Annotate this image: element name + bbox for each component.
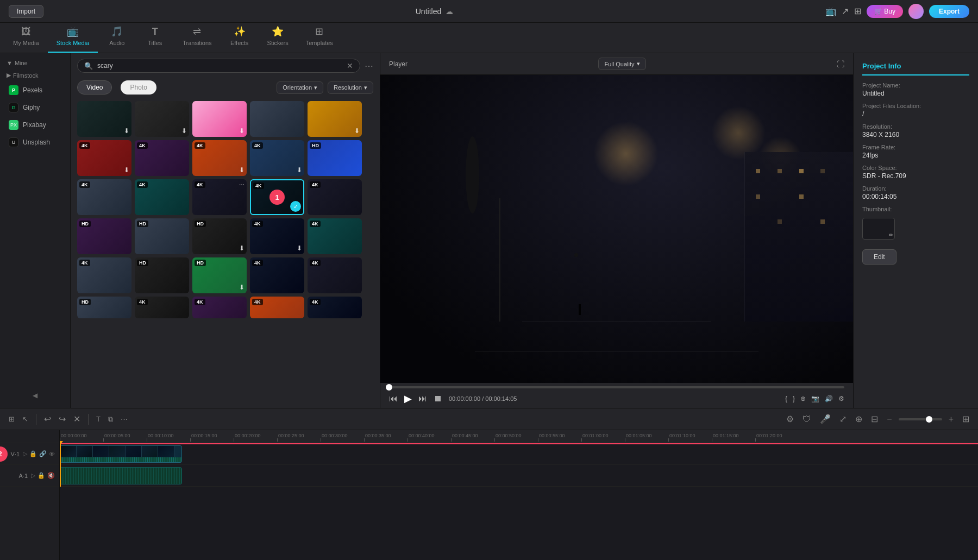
tab-stock-media[interactable]: 📺 Stock Media [48,22,98,53]
edit-project-button[interactable]: Edit [862,249,896,265]
more-tool-button[interactable]: ⊕ [853,412,864,426]
media-thumb[interactable]: HD [308,140,362,176]
buy-button[interactable]: 🛒 Buy [867,5,903,18]
play-icon[interactable]: ▷ [23,450,27,457]
media-thumb[interactable]: HD ⬇ [192,218,247,254]
title-tool-button[interactable]: T [94,413,103,425]
media-thumb[interactable]: 4K [77,179,131,215]
media-thumb[interactable]: 4K [135,297,189,318]
more-options-button[interactable]: ⋯ [365,61,373,71]
media-thumb[interactable]: HD [77,297,131,318]
media-thumb[interactable]: HD [135,218,189,254]
lock-icon[interactable]: 🔒 [29,450,37,457]
tab-effects[interactable]: ✨ Effects [221,22,259,53]
media-thumb[interactable]: 4K [250,297,304,318]
video-clip[interactable] [60,445,182,463]
link-icon[interactable]: 🔗 [39,450,47,457]
resolution-select[interactable]: Resolution ▾ [328,81,373,94]
overlay-button[interactable]: ⊟ [869,412,880,426]
clip-settings-button[interactable]: 🛡 [800,412,813,426]
media-thumb[interactable]: 4K [308,179,362,215]
cast-icon[interactable]: 📺 [825,6,836,16]
audio-play-icon[interactable]: ▷ [31,472,35,479]
media-thumb[interactable]: 4K [308,218,362,254]
media-thumb[interactable]: HD [77,218,131,254]
audio-mute-icon[interactable]: 🔇 [47,472,55,479]
media-thumb[interactable]: ⬇ [308,101,362,137]
audio-lock-icon[interactable]: 🔒 [37,472,45,479]
media-thumb[interactable]: 4K ⬇ [77,140,131,176]
transform-button[interactable]: ⤢ [837,412,849,426]
tab-my-media[interactable]: 🖼 My Media [4,23,48,53]
audio-tool-button[interactable]: 🎤 [818,412,833,426]
sidebar-item-pexels[interactable]: P Pexels [2,82,68,98]
filter-photo-button[interactable]: Photo [121,80,156,95]
edit-thumbnail-button[interactable]: ✏ [889,232,893,238]
sidebar-item-giphy[interactable]: G Giphy [2,99,68,116]
media-thumb[interactable] [250,101,304,137]
tab-titles[interactable]: T Titles [136,23,174,53]
tab-stickers[interactable]: ⭐ Stickers [259,22,297,53]
redo-button[interactable]: ↪ [57,412,68,426]
media-thumb[interactable]: 4K [77,257,131,293]
media-thumb[interactable]: HD ⬇ [192,257,247,293]
media-thumb[interactable]: 4K [308,297,362,318]
export-button[interactable]: Export [929,5,969,18]
volume-button[interactable]: 🔊 [825,395,833,402]
settings-button[interactable]: ⚙ [838,395,844,402]
eye-icon[interactable]: 👁 [49,451,55,457]
undo-button[interactable]: ↩ [42,412,53,426]
zoom-in-button[interactable]: + [946,412,956,426]
media-thumb[interactable]: 4K ⬇ [250,218,304,254]
pointer-tool-button[interactable]: ↖ [20,413,30,425]
media-thumb[interactable]: 4K ⬇ [192,140,247,176]
share-icon[interactable]: ↗ [842,6,849,16]
media-thumb[interactable]: ⬇ [135,101,189,137]
sidebar-section-filmstock[interactable]: ▶ Filmstock [0,70,70,81]
timeline-scrubber[interactable] [389,386,844,388]
snapshot-button[interactable]: 📷 [811,395,819,402]
tab-templates[interactable]: ⊞ Templates [297,22,342,53]
tab-transitions[interactable]: ⇌ Transitions [174,22,220,53]
sidebar-item-unsplash[interactable]: U Unsplash [2,134,68,150]
clear-search-button[interactable]: ✕ [347,61,353,70]
mark-out-button[interactable]: } [793,395,795,402]
settings-tool-button[interactable]: ⚙ [784,412,796,426]
media-thumb[interactable]: 4K [135,179,189,215]
media-thumb[interactable]: 4K [308,257,362,293]
media-thumb[interactable]: ⬇ [192,101,247,137]
media-thumb[interactable]: 4K [135,140,189,176]
delete-button[interactable]: ✕ [71,412,83,426]
timeline-content[interactable]: 00:00:00:00 00:00:05:00 00:00:10:00 00:0… [60,430,978,560]
media-thumb[interactable]: 4K [192,297,247,318]
quality-select[interactable]: Full Quality ▾ [598,58,645,70]
media-thumb[interactable]: 4K ⋯ [192,179,247,215]
select-tool-button[interactable]: ⊞ [7,413,17,425]
media-thumb[interactable]: 4K ⬇ [250,140,304,176]
scrubber-dot[interactable] [386,384,392,391]
stop-button[interactable]: ⏹ [434,394,442,404]
zoom-thumb[interactable] [926,416,932,423]
tab-audio[interactable]: 🎵 Audio [98,22,136,53]
sidebar-section-mine[interactable]: ▼ Mine [0,58,70,68]
media-thumb[interactable]: ⬇ [77,101,131,137]
detach-button[interactable]: ⧉ [106,413,115,426]
skip-back-button[interactable]: ⏮ [389,394,398,404]
play-button[interactable]: ▶ [404,393,412,405]
media-thumb[interactable]: 4K [250,257,304,293]
sidebar-item-pixabay[interactable]: PX Pixabay [2,117,68,133]
fullscreen-icon[interactable]: ⛶ [837,60,844,68]
audio-clip[interactable] [60,467,182,485]
media-thumb-selected[interactable]: 4K 1 ✓ [250,179,304,215]
grid-view-button[interactable]: ⊞ [960,412,971,426]
grid-icon[interactable]: ⊞ [854,6,861,16]
skip-forward-button[interactable]: ⏭ [418,394,427,404]
filter-video-button[interactable]: Video [77,80,112,95]
sidebar-collapse-btn[interactable]: ◀ [0,387,70,404]
search-input[interactable] [97,62,342,70]
orientation-select[interactable]: Orientation ▾ [277,81,323,94]
group-button[interactable]: ⋯ [118,413,130,425]
add-to-timeline-button[interactable]: ⊕ [800,395,806,402]
media-thumb[interactable]: HD [135,257,189,293]
mark-in-button[interactable]: { [785,395,787,402]
